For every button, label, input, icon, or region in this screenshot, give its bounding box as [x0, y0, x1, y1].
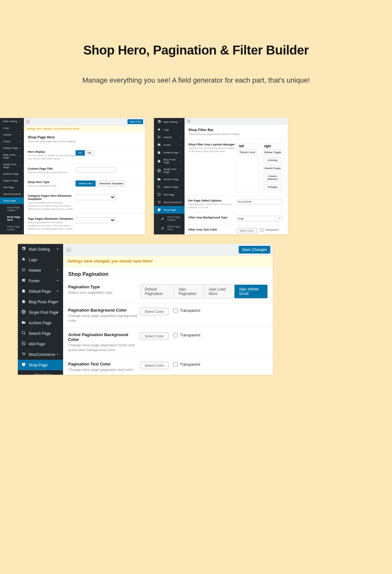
sidebar: Main SettingLogoHeaderFooterDefault Page… [154, 118, 185, 234]
layout-zone-right[interactable]: right Sidebar ToggleOrderingSearch Popup… [261, 143, 284, 192]
sidebar-item[interactable]: Shop Page Header [18, 370, 63, 375]
option[interactable]: Ajax Pagination [174, 285, 204, 298]
sidebar-item[interactable]: Shop Page Header [0, 204, 24, 214]
label: Shop Filter Area Layouts Manager [188, 143, 236, 146]
sidebar-item[interactable]: Shop Page [154, 206, 185, 214]
sidebar-item[interactable]: Single Post Page [18, 307, 63, 318]
label: Tags Pages Elementor Templates [28, 217, 76, 220]
sidebar-item[interactable]: Shop Page Layout [0, 223, 24, 233]
label: Per Page Select Options [188, 199, 236, 202]
panel-shop-pagination: Main SettingLogoHeaderFooterDefault Page… [18, 244, 273, 375]
sidebar-item[interactable]: Default Page [18, 286, 63, 297]
perpage-input[interactable] [236, 199, 282, 204]
sidebar-item[interactable]: Single Post Page [0, 161, 24, 171]
sidebar-item[interactable]: Main Setting [0, 118, 24, 125]
sidebar-item[interactable]: Archive Page [0, 171, 24, 177]
label: Pagination Background Color [68, 308, 140, 313]
page-headline: Shop Hero, Pagination & Filter Builder [16, 43, 376, 57]
sidebar-item[interactable]: Logo [18, 254, 63, 265]
sidebar-item[interactable]: Shop Page Header [154, 214, 185, 223]
zone-item[interactable]: Result Count [238, 149, 257, 155]
panel-shop-hero: Main SettingLogoHeaderFooterDefault Page… [0, 118, 145, 234]
layout-zone-left[interactable]: left Result Count [236, 143, 259, 192]
help-text: Select a template from elementor templat… [28, 201, 76, 210]
sidebar-item[interactable]: Shop Page Hero [154, 223, 185, 233]
sidebar-item[interactable]: Shop Page Layout [154, 233, 185, 234]
sidebar-item[interactable]: Blog Posts Page [18, 297, 63, 307]
option[interactable]: Default Pagination [140, 285, 174, 298]
zone-item[interactable]: Search Popup [263, 165, 282, 171]
sidebar-item[interactable]: WooCommerce [18, 349, 63, 360]
sidebar: Main SettingLogoHeaderFooterDefault Page… [0, 118, 24, 234]
zone-title: left [236, 143, 259, 149]
transparent-checkbox[interactable]: Transparent [173, 333, 200, 337]
sidebar-item[interactable]: 404 Page [18, 339, 63, 349]
folder-icon [21, 320, 26, 326]
sidebar-item[interactable]: Archive Page [18, 318, 63, 328]
notice-bar: Settings have changed, you should save t… [24, 126, 145, 132]
transparent-checkbox[interactable]: Transparent [173, 362, 200, 367]
sidebar-item[interactable]: 404 Page [0, 184, 24, 191]
sidebar-item[interactable]: WooCommerce [0, 191, 24, 197]
bars-icon [21, 268, 26, 273]
section-desc: These are shop page header section setti… [188, 133, 284, 136]
hero-display-switch[interactable]: OnOff [76, 150, 94, 156]
sidebar-item[interactable]: Shop Filter Bar [0, 233, 24, 234]
sidebar-item[interactable]: Shop Page [0, 197, 24, 204]
sidebar-item[interactable]: Shop Page Hero [0, 214, 24, 223]
category-template-select[interactable] [76, 194, 115, 200]
hamburger-icon[interactable] [26, 120, 30, 124]
sidebar-item[interactable]: Header [18, 265, 63, 276]
sidebar-item[interactable]: Footer [18, 276, 63, 286]
help-text: Organize how you want the layout to appe… [188, 147, 236, 153]
sidebar-item[interactable]: Main Setting [18, 244, 63, 254]
sidebar: Main SettingLogoHeaderFooterDefault Page… [18, 244, 63, 375]
label: Custom Page Title [28, 167, 76, 170]
save-button[interactable]: Save Changes [239, 246, 270, 254]
sidebar-item[interactable]: Header [0, 131, 24, 138]
option[interactable]: Elementor Templates [97, 180, 126, 187]
custom-title-input[interactable] [76, 167, 115, 173]
help-text: Add your shop page custom title here. [28, 171, 76, 174]
sidebar-item[interactable]: Search Page [18, 328, 63, 339]
laptop-icon [21, 278, 26, 283]
section-title: Shop Page Hero [28, 135, 141, 139]
bgtype-select[interactable]: Gray×▼ [236, 216, 282, 221]
label: Pagination Text Color [68, 362, 140, 366]
zone-item[interactable]: Column Selection [263, 173, 282, 182]
save-button[interactable]: Save Cha [127, 119, 143, 124]
transparent-checkbox[interactable]: Transparent [173, 308, 200, 313]
sidebar-item[interactable]: Footer [0, 138, 24, 145]
select-color-button[interactable]: Select Color [140, 332, 169, 340]
select-color-button[interactable]: Select Color [140, 362, 169, 369]
sidebar-item[interactable]: Default Page [0, 145, 24, 151]
transparent-checkbox[interactable]: Transparent [260, 228, 279, 232]
search-icon [21, 331, 26, 336]
shop-icon [157, 208, 161, 212]
option[interactable]: Ajax Load More [204, 285, 235, 298]
ban-icon [21, 341, 26, 347]
tag-template-select[interactable] [76, 217, 115, 223]
sidebar-item[interactable]: Logo [0, 125, 24, 131]
pagination-type-segment[interactable]: Default PaginationAjax PaginationAjax Lo… [140, 284, 268, 298]
help-text: Separate each number with a comma.For ex… [188, 203, 236, 209]
select-color-button[interactable]: Select Color [140, 308, 169, 315]
sidebar-item[interactable]: Shop Page [18, 360, 63, 370]
zone-item[interactable]: Ordering [263, 157, 282, 163]
toolbar: Save Changes [63, 244, 273, 256]
textcolor-button[interactable]: Select Color [236, 228, 257, 233]
zone-title: right [261, 143, 284, 149]
sidebar-item[interactable]: Blog Posts Page [0, 151, 24, 161]
page-subhead: Manage everything you see! A field gener… [16, 75, 376, 85]
hamburger-icon[interactable] [186, 119, 191, 123]
cart-icon [21, 352, 26, 357]
option[interactable]: Ajax Infinite Scroll [235, 285, 267, 298]
hamburger-icon[interactable] [66, 247, 71, 252]
help-text: Select your pagination type. [68, 290, 140, 295]
zone-item[interactable]: Sidebar Toggle [263, 149, 282, 155]
label: Active Pagination Background Color [68, 332, 140, 342]
option[interactable]: Default Hero [76, 180, 96, 187]
hero-type-buttons[interactable]: Default HeroElementor Templates [76, 180, 141, 187]
zone-item[interactable]: Perpage [263, 184, 282, 190]
sidebar-item[interactable]: Search Page [0, 177, 24, 184]
